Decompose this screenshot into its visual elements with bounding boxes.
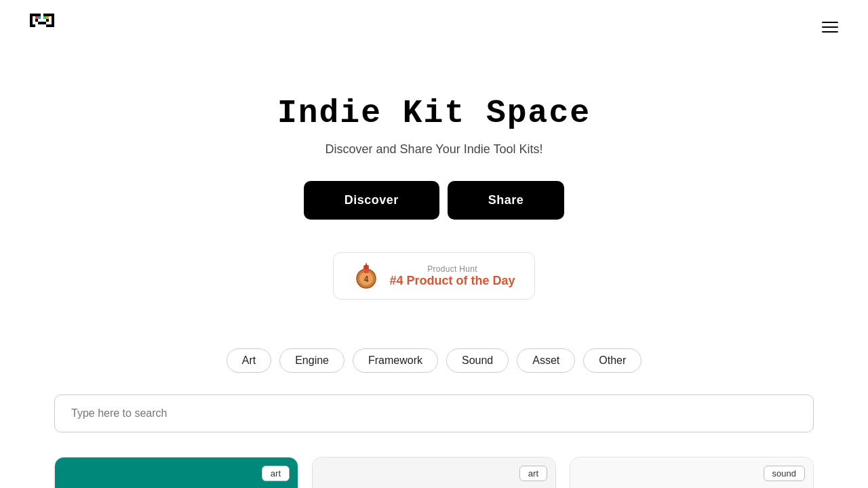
- card-image-shape: [142, 478, 210, 488]
- svg-rect-21: [38, 22, 41, 24]
- svg-rect-23: [43, 22, 46, 24]
- product-hunt-label: Product Hunt: [389, 264, 515, 274]
- svg-rect-17: [49, 24, 52, 27]
- svg-rect-4: [43, 14, 46, 16]
- logo-icon: [27, 11, 60, 43]
- svg-rect-5: [46, 14, 49, 16]
- svg-rect-22: [41, 22, 43, 24]
- search-section: [0, 386, 868, 446]
- medal-icon: 4: [353, 262, 380, 289]
- filter-tag-asset[interactable]: Asset: [517, 348, 575, 373]
- hamburger-line-1: [822, 22, 838, 23]
- navbar: [0, 0, 868, 54]
- discover-button[interactable]: Discover: [304, 181, 439, 220]
- svg-rect-20: [46, 19, 49, 22]
- hero-subtitle: Discover and Share Your Indie Tool Kits!: [326, 142, 543, 157]
- svg-rect-9: [52, 16, 54, 19]
- filter-tags: Art Engine Framework Sound Asset Other: [0, 327, 868, 386]
- search-input[interactable]: [54, 394, 814, 432]
- svg-rect-13: [52, 22, 54, 24]
- svg-rect-3: [38, 14, 41, 16]
- filter-tag-other[interactable]: Other: [583, 348, 642, 373]
- card-tag: sound: [764, 466, 805, 481]
- filter-tag-art[interactable]: Art: [226, 348, 271, 373]
- svg-rect-18: [52, 24, 54, 27]
- svg-rect-6: [49, 14, 52, 16]
- hero-section: Indie Kit Space Discover and Share Your …: [0, 54, 868, 327]
- svg-rect-1: [33, 14, 35, 16]
- svg-rect-14: [30, 24, 33, 27]
- hamburger-line-2: [822, 26, 838, 28]
- card-tag: art: [519, 466, 547, 481]
- svg-rect-26: [43, 16, 46, 19]
- hamburger-line-3: [822, 31, 838, 33]
- svg-rect-25: [38, 16, 41, 19]
- filter-tag-sound[interactable]: Sound: [446, 348, 509, 373]
- hero-title: Indie Kit Space: [277, 95, 591, 131]
- svg-rect-7: [52, 14, 54, 16]
- svg-rect-16: [46, 24, 49, 27]
- svg-rect-10: [30, 19, 33, 22]
- product-hunt-text: Product Hunt #4 Product of the Day: [389, 264, 515, 288]
- svg-rect-2: [35, 14, 38, 16]
- svg-rect-0: [30, 14, 33, 16]
- svg-rect-24: [35, 16, 38, 19]
- card-grid: art art sound: [0, 446, 868, 488]
- logo[interactable]: [27, 11, 60, 43]
- svg-text:4: 4: [364, 274, 369, 284]
- hamburger-menu-button[interactable]: [819, 19, 841, 35]
- svg-rect-12: [30, 22, 33, 24]
- svg-rect-19: [35, 19, 38, 22]
- hero-buttons: Discover Share: [304, 181, 565, 220]
- svg-rect-8: [30, 16, 33, 19]
- product-hunt-badge[interactable]: 4 Product Hunt #4 Product of the Day: [333, 252, 534, 300]
- svg-rect-11: [52, 19, 54, 22]
- card-item[interactable]: sound: [570, 457, 814, 488]
- svg-rect-15: [33, 24, 35, 27]
- share-button[interactable]: Share: [448, 181, 565, 220]
- filter-tag-engine[interactable]: Engine: [279, 348, 344, 373]
- product-hunt-rank: #4 Product of the Day: [389, 274, 515, 288]
- filter-tag-framework[interactable]: Framework: [353, 348, 438, 373]
- svg-rect-27: [46, 16, 49, 19]
- card-item[interactable]: art: [54, 457, 298, 488]
- card-item[interactable]: art: [312, 457, 556, 488]
- card-tag: art: [262, 466, 290, 481]
